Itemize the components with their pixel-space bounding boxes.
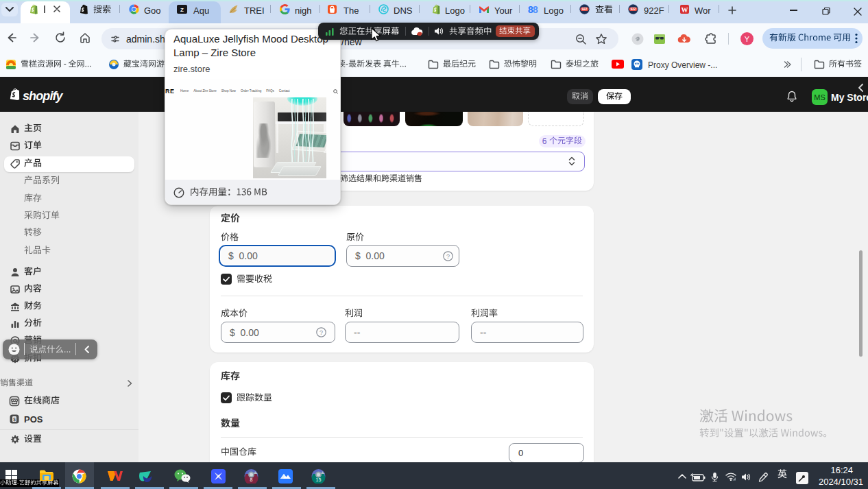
svg-text:?: ?: [320, 329, 323, 336]
svg-text:922: 922: [631, 8, 636, 11]
svg-text:8: 8: [250, 477, 253, 482]
svg-text:922: 922: [582, 8, 588, 11]
svg-text:W: W: [682, 6, 688, 14]
svg-text:?: ?: [446, 253, 450, 260]
svg-text:8: 8: [533, 4, 538, 14]
svg-text:$: $: [13, 417, 16, 422]
svg-text:15: 15: [316, 477, 322, 482]
svg-text:Z: Z: [180, 7, 184, 13]
